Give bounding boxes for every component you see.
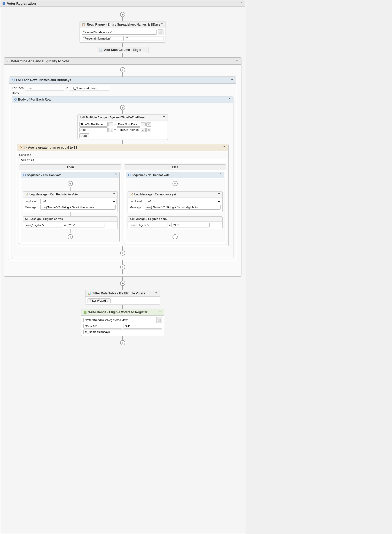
multiple-assign-block: A+B Multiple Assign - Age and TimeOnTheP… bbox=[77, 114, 168, 140]
else-log-collapse[interactable]: ⌃ bbox=[217, 192, 221, 196]
then-log-level-row: Log Level Info ▼ bbox=[25, 199, 116, 204]
else-sequence-header: ⬡ Sequence - No, Cannot Vote ⌃ bbox=[126, 172, 224, 178]
write-range-header: 📗 Write Range - Eligible Voters to Regis… bbox=[81, 309, 164, 316]
plus-btn-then-1[interactable]: + bbox=[68, 181, 73, 186]
vline bbox=[122, 336, 123, 340]
else-assign-right[interactable] bbox=[171, 223, 210, 227]
else-log-msg-input[interactable] bbox=[145, 205, 221, 210]
write-range-collapse[interactable]: ⌃ bbox=[159, 310, 162, 314]
then-assign-right[interactable] bbox=[67, 223, 105, 227]
vline bbox=[122, 43, 123, 47]
foreach-table-input[interactable] bbox=[70, 86, 109, 90]
if-icon: ⟳ bbox=[20, 146, 22, 149]
then-log-icon: 📝 bbox=[25, 193, 28, 196]
connector-after-determine: + bbox=[120, 277, 125, 290]
vline bbox=[70, 229, 70, 233]
window-collapse-icon[interactable]: ⌃ bbox=[240, 1, 243, 5]
determine-age-body: + ⬡ For Each Row - Names and Birthdays ⌃ bbox=[4, 65, 241, 276]
if-collapse[interactable]: ⌃ bbox=[223, 146, 226, 150]
assign-left-2[interactable] bbox=[79, 127, 108, 132]
then-log-level-select[interactable]: Info bbox=[40, 199, 116, 204]
plus-btn-then-2[interactable]: + bbox=[68, 234, 73, 239]
assign-right-2[interactable] bbox=[117, 127, 140, 132]
foreach-collapse[interactable]: ⌃ bbox=[230, 78, 233, 82]
vline bbox=[175, 212, 175, 216]
then-log-block: 📝 Log Message - Can Register to Vote ⌃ bbox=[23, 191, 118, 212]
add-data-icon: 📊 bbox=[99, 48, 103, 52]
then-log-collapse[interactable]: ⌃ bbox=[113, 192, 116, 196]
assign-eq-1: = bbox=[114, 123, 116, 126]
assign-row-1: ... = ... ✕ bbox=[79, 122, 166, 127]
assign-left-1[interactable] bbox=[79, 122, 108, 127]
assign-right-1[interactable] bbox=[117, 122, 140, 127]
read-range-range-input[interactable] bbox=[125, 36, 163, 41]
else-seq-collapse[interactable]: ⌃ bbox=[219, 173, 222, 177]
multiple-assign-collapse[interactable]: ⌃ bbox=[162, 115, 166, 119]
else-col: Else ⬡ bbox=[124, 164, 226, 244]
read-range-sheet-input[interactable] bbox=[82, 36, 124, 41]
determine-age-collapse[interactable]: ⌃ bbox=[236, 59, 239, 63]
title-bar: ⊞ Voter Registration ⌃ bbox=[0, 0, 245, 7]
assign-dots-2[interactable]: ... bbox=[108, 128, 113, 132]
assign-add-btn[interactable]: Add bbox=[79, 133, 89, 138]
top-plus-btn[interactable]: + bbox=[120, 12, 125, 17]
bottom-plus-btn[interactable]: + bbox=[120, 340, 125, 345]
foreach-in-label: in bbox=[66, 86, 68, 90]
else-log-header-left: 📝 Log Message - Cannot vote yet bbox=[130, 193, 176, 196]
foreach-row-input[interactable] bbox=[25, 86, 64, 90]
else-assign-header: A+B Assign - Eligible as No bbox=[128, 217, 222, 222]
plus-btn-body-2[interactable]: + bbox=[120, 250, 125, 256]
connector-after-foreach: + bbox=[7, 260, 239, 274]
multiple-assign-header-left: A+B Multiple Assign - Age and TimeOnTheP… bbox=[80, 116, 145, 119]
write-sheet-input[interactable] bbox=[83, 324, 122, 329]
foreach-icon: ⬡ bbox=[12, 78, 14, 82]
else-log-msg-row: Message bbox=[130, 205, 221, 210]
read-range-header: 📋 Read Range - Entire Spreadsheet Names … bbox=[80, 21, 166, 28]
filter-header-left: 📊 Filter Data Table - By Eligible Voters bbox=[88, 292, 145, 295]
plus-btn-body-1[interactable]: + bbox=[120, 105, 125, 110]
plus-btn-3[interactable]: + bbox=[120, 281, 125, 286]
assign-x-2[interactable]: ✕ bbox=[146, 128, 151, 132]
plus-btn-after-foreach[interactable]: + bbox=[120, 264, 125, 270]
then-log-msg-input[interactable] bbox=[40, 205, 116, 210]
write-range-container: 📗 Write Range - Eligible Voters to Regis… bbox=[81, 309, 164, 340]
plus-btn-else-1[interactable]: + bbox=[173, 181, 178, 186]
multiple-assign-title: Multiple Assign - Age and TimeOnThePlane… bbox=[86, 116, 145, 119]
else-seq-header-left: ⬡ Sequence - No, Cannot Vote bbox=[128, 173, 169, 177]
write-data-input[interactable] bbox=[83, 330, 162, 334]
multiple-assign-body: ... = ... ✕ bbox=[78, 120, 168, 140]
assign-dots-1[interactable]: ... bbox=[108, 122, 113, 126]
plus-btn-else-2[interactable]: + bbox=[173, 234, 178, 239]
then-seq-collapse[interactable]: ⌃ bbox=[114, 173, 117, 177]
foreach-row: ForEach in bbox=[12, 86, 233, 90]
read-range-sheet-row bbox=[82, 36, 163, 41]
assign-dots-right-2[interactable]: ... bbox=[141, 128, 146, 132]
else-sequence-block: ⬡ Sequence - No, Cannot Vote ⌃ bbox=[126, 172, 224, 242]
condition-input[interactable] bbox=[19, 157, 226, 162]
foreach-block: ⬡ For Each Row - Names and Birthdays ⌃ F… bbox=[9, 77, 236, 260]
then-sequence-body: + � bbox=[21, 178, 119, 242]
assign-dots-right-1[interactable]: ... bbox=[141, 122, 146, 126]
filter-header: 📊 Filter Data Table - By Eligible Voters… bbox=[85, 290, 160, 297]
read-range-file-input[interactable] bbox=[82, 30, 157, 35]
write-file-btn[interactable]: ⬜ bbox=[156, 317, 162, 323]
write-cell-input[interactable] bbox=[123, 324, 162, 329]
determine-age-header-left: ⬡ Determine Age and Eligibility to Vote bbox=[7, 59, 69, 63]
write-data-row bbox=[83, 330, 162, 334]
write-file-input[interactable] bbox=[83, 318, 155, 322]
else-log-level-select[interactable]: Info bbox=[145, 199, 221, 204]
filter-collapse[interactable]: ⌃ bbox=[155, 291, 158, 295]
read-range-file-btn[interactable]: ⬜ bbox=[158, 29, 163, 35]
else-header: Else bbox=[124, 165, 226, 170]
assign-x-1[interactable]: ✕ bbox=[146, 122, 151, 127]
else-seq-title: Sequence - No, Cannot Vote bbox=[132, 173, 169, 177]
filter-icon: 📊 bbox=[88, 292, 91, 295]
plus-btn-inner-1[interactable]: + bbox=[120, 67, 125, 72]
else-assign-left[interactable] bbox=[130, 223, 168, 227]
inner-body-collapse[interactable]: ⌃ bbox=[228, 97, 231, 102]
foreach-label: ForEach bbox=[12, 86, 23, 90]
read-range-collapse[interactable]: ⌃ bbox=[160, 22, 163, 27]
filter-wizard-btn[interactable]: Filter Wizard... bbox=[88, 298, 111, 303]
inner-body-content: + A+B Multiple Assign - Age and TimeOnTh… bbox=[14, 105, 231, 256]
then-assign-left[interactable] bbox=[25, 223, 63, 227]
